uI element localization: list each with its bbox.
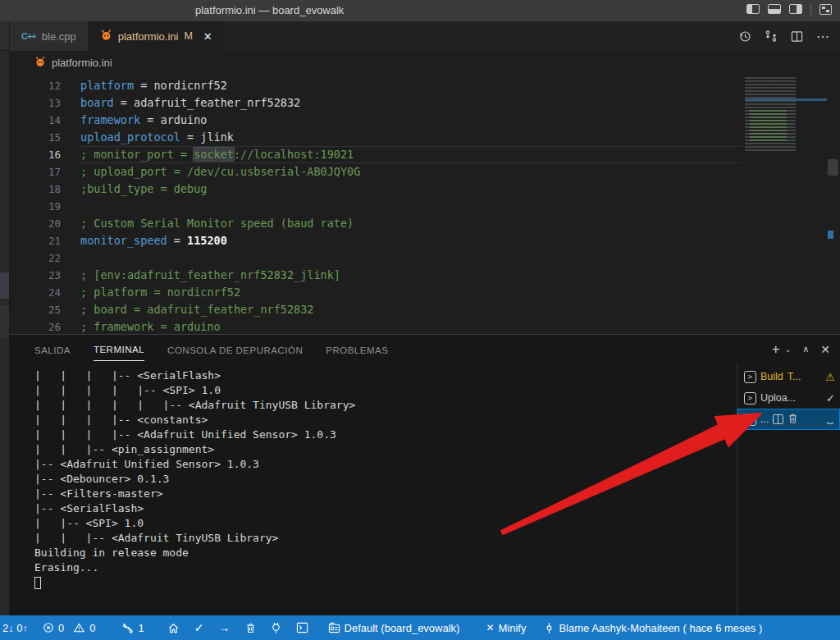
git-sync-status[interactable]: 2↓ 0↑ xyxy=(0,615,35,640)
open-changes-icon[interactable] xyxy=(765,30,778,43)
split-terminal-icon[interactable] xyxy=(773,414,783,424)
code-line[interactable]: 22 xyxy=(10,249,742,267)
pio-terminal-button[interactable] xyxy=(289,615,316,640)
code-line[interactable]: 13board = adafruit_feather_nrf52832 xyxy=(10,94,742,112)
terminal-item-label: Uploa... xyxy=(760,392,796,404)
terminal-item-label: ... xyxy=(760,414,769,425)
code-line[interactable]: 14framework = arduino xyxy=(10,112,742,129)
terminal-list-item-build[interactable]: > Build T... ⚠ xyxy=(737,366,840,387)
terminal-line: | | | |-- <SerialFlash> xyxy=(34,368,737,383)
loading-spinner-icon xyxy=(825,414,835,424)
more-actions-icon[interactable]: ⋯ xyxy=(816,29,830,44)
terminal-line: |-- <Adafruit Unified Sensor> 1.0.3 xyxy=(34,457,737,472)
toggle-secondary-sidebar-icon[interactable] xyxy=(789,4,802,14)
error-count: 0 xyxy=(58,622,64,634)
code-line[interactable]: 17; upload_port = /dev/cu.usbserial-AB0J… xyxy=(10,163,742,181)
terminal-item-sublabel: T... xyxy=(788,371,801,382)
pio-clean-button[interactable] xyxy=(238,615,263,640)
code-editor[interactable]: 12platform = nordicnrf5213board = adafru… xyxy=(10,74,840,334)
git-blame-status[interactable]: Blame Aashyk-Mohaiteen ( hace 6 meses ) xyxy=(536,615,769,640)
code-line[interactable]: 23; [env:adafruit_feather_nrf52832_jlink… xyxy=(10,267,742,284)
breadcrumb[interactable]: platformio.ini xyxy=(10,51,840,74)
code-line[interactable]: 20; Custom Serial Monitor speed (baud ra… xyxy=(10,215,742,232)
tools-status[interactable]: 1 xyxy=(115,615,152,640)
pio-upload-button[interactable]: → xyxy=(212,615,238,640)
pio-build-button[interactable]: ✓ xyxy=(187,615,212,640)
close-panel-icon[interactable]: ✕ xyxy=(820,343,830,356)
terminal-output[interactable]: | | | |-- <SerialFlash>| | | | |-- <SPI>… xyxy=(10,363,737,615)
terminal-icon: > xyxy=(744,371,756,383)
tab-label: platformio.ini xyxy=(118,30,179,43)
terminal-line: | | |-- <Adafruit TinyUSB Library> xyxy=(34,531,737,546)
panel-tab-problemas[interactable]: PROBLEMAS xyxy=(326,338,388,361)
close-tab-icon[interactable]: ✕ xyxy=(203,30,212,43)
terminal-line: Erasing... xyxy=(34,560,737,575)
line-number: 24 xyxy=(10,284,61,301)
warning-icon xyxy=(73,622,85,633)
code-line[interactable]: 19 xyxy=(10,198,742,215)
panel-tab-terminal[interactable]: TERMINAL xyxy=(94,337,144,361)
code-line[interactable]: 12platform = nordicnrf52 xyxy=(10,77,742,94)
terminal-line: |-- <SerialFlash> xyxy=(34,501,737,516)
minimap[interactable] xyxy=(745,77,827,153)
code-line[interactable]: 21monitor_speed = 115200 xyxy=(10,232,742,249)
code-line[interactable]: 18;build_type = debug xyxy=(10,181,742,198)
code-line[interactable]: 24; platform = nordicnrf52 xyxy=(10,284,742,301)
minify-button[interactable]: ✕ Minify xyxy=(478,615,533,640)
terminal-cursor xyxy=(34,577,41,589)
code-line[interactable]: 16; monitor_port = socket://localhost:19… xyxy=(10,146,742,163)
line-number: 17 xyxy=(10,163,61,181)
maximize-panel-icon[interactable]: ∧ xyxy=(802,344,809,354)
warning-count: 0 xyxy=(89,622,95,634)
pio-env-selector[interactable]: Default (board_evowalk) xyxy=(321,615,468,640)
terminal-line: | | | | | |-- <Adafruit TinyUSB Library> xyxy=(34,398,737,413)
home-icon xyxy=(167,622,180,634)
editor-tab-bar: C++ ble.cpp platformio.ini M ✕ xyxy=(10,21,840,51)
check-icon: ✓ xyxy=(194,622,204,633)
line-number: 19 xyxy=(10,198,61,215)
close-icon: ✕ xyxy=(486,623,494,633)
tab-label: ble.cpp xyxy=(42,30,76,43)
platformio-icon xyxy=(100,29,112,43)
panel-tab-salida[interactable]: SALIDA xyxy=(34,338,71,361)
customize-layout-icon[interactable] xyxy=(819,4,832,15)
line-number: 22 xyxy=(10,249,61,267)
terminal-icon xyxy=(296,622,308,633)
timeline-history-icon[interactable] xyxy=(738,30,751,43)
code-line[interactable]: 26; framework = arduino xyxy=(10,318,742,334)
kill-terminal-icon[interactable] xyxy=(788,413,798,427)
panel-header: SALIDA TERMINAL CONSOLA DE DEPURACIÓN PR… xyxy=(10,335,840,363)
terminal-list-item-upload[interactable]: > Uploa... ✓ xyxy=(737,387,840,409)
tab-platformio-ini[interactable]: platformio.ini M ✕ xyxy=(89,21,224,51)
panel-tab-consola[interactable]: CONSOLA DE DEPURACIÓN xyxy=(167,338,303,361)
terminal-line: Building in release mode xyxy=(34,546,737,560)
terminal-line: | | | | |-- <SPI> 1.0 xyxy=(34,383,737,398)
cpp-file-icon: C++ xyxy=(21,31,36,41)
breadcrumb-file: platformio.ini xyxy=(52,57,112,69)
terminal-line: | | | |-- <constants> xyxy=(34,413,737,427)
line-number: 13 xyxy=(10,94,61,112)
tools-icon xyxy=(122,622,135,634)
terminal-dropdown-chevron-icon[interactable]: ⌄ xyxy=(785,345,792,354)
new-terminal-icon[interactable]: + xyxy=(772,341,780,358)
editor-scrollbar-thumb[interactable] xyxy=(828,159,838,176)
pio-home-button[interactable] xyxy=(160,615,187,640)
code-line[interactable]: 25; board = adafruit_feather_nrf52832 xyxy=(10,301,742,318)
tab-ble-cpp[interactable]: C++ ble.cpp xyxy=(10,21,89,51)
code-line[interactable]: 15upload_protocol = jlink xyxy=(10,129,742,146)
line-number: 15 xyxy=(10,129,61,146)
pio-serial-monitor-button[interactable] xyxy=(263,615,289,640)
tools-count: 1 xyxy=(139,622,144,634)
line-number: 26 xyxy=(10,318,61,334)
terminal-list-item-active[interactable]: > ... xyxy=(737,409,840,430)
toggle-primary-sidebar-icon[interactable] xyxy=(746,4,760,14)
split-editor-icon[interactable] xyxy=(791,30,803,43)
terminal-line: | | | |-- <Adafruit Unified Sensor> 1.0.… xyxy=(34,427,737,442)
sync-counts: 2↓ 0↑ xyxy=(2,622,28,634)
toggle-panel-icon[interactable] xyxy=(768,4,781,14)
problems-status[interactable]: 0 0 xyxy=(35,615,103,640)
code-lines: 12platform = nordicnrf5213board = adafru… xyxy=(10,77,742,334)
window-title: platformio.ini — board_evowalk xyxy=(195,4,344,16)
plug-icon xyxy=(271,622,281,634)
terminal-item-label: Build xyxy=(760,371,783,382)
